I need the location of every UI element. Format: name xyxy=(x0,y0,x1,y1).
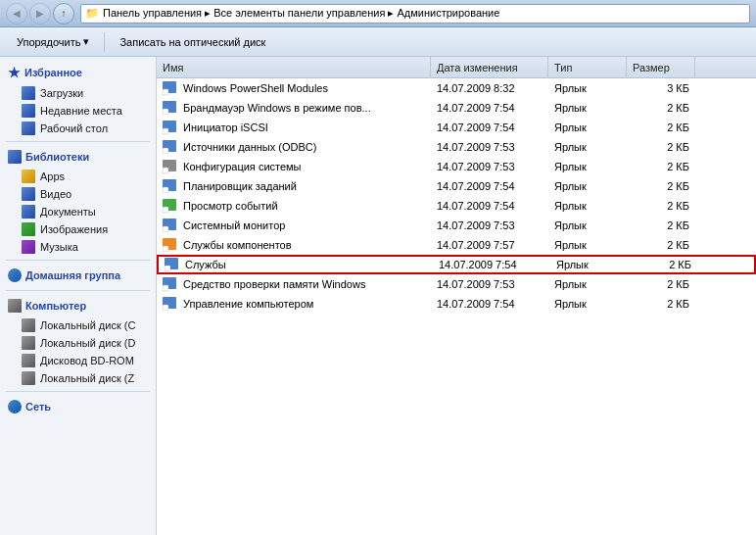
table-row[interactable]: Службы 14.07.2009 7:54 Ярлык 2 КБ xyxy=(157,255,756,274)
disk-d-label: Локальный диск (D xyxy=(40,337,135,349)
sidebar-item-downloads[interactable]: Загрузки xyxy=(0,84,156,102)
desktop-icon xyxy=(22,122,35,135)
file-icon xyxy=(163,160,178,173)
file-type-cell: Ярлык xyxy=(548,102,627,114)
file-type-cell: Ярлык xyxy=(548,82,627,94)
disk-z-icon xyxy=(22,371,35,385)
downloads-icon xyxy=(22,86,35,100)
sidebar-item-disk-c[interactable]: Локальный диск (C xyxy=(0,316,156,334)
file-icon xyxy=(163,101,178,115)
file-icon xyxy=(163,199,178,213)
sidebar-network-header: Сеть xyxy=(0,396,156,417)
disk-d-icon xyxy=(22,336,35,350)
disk-c-label: Локальный диск (C xyxy=(40,319,135,331)
sidebar-homegroup-header: Домашняя группа xyxy=(0,265,156,286)
file-date-cell: 14.07.2009 7:54 xyxy=(431,122,548,133)
sidebar-item-recent[interactable]: Недавние места xyxy=(0,102,156,120)
svg-rect-3 xyxy=(163,109,168,115)
organize-button[interactable]: Упорядочить ▾ xyxy=(8,31,98,53)
forward-button[interactable]: ▶ xyxy=(29,3,51,24)
file-date-cell: 14.07.2009 7:54 xyxy=(431,102,548,114)
address-bar[interactable]: 📁 Панель управления ▸ Все элементы панел… xyxy=(80,4,750,24)
file-type-cell: Ярлык xyxy=(548,298,627,310)
file-icon xyxy=(163,219,178,232)
file-type-cell: Ярлык xyxy=(548,180,627,192)
file-size-cell: 2 КБ xyxy=(627,122,695,133)
file-type-cell: Ярлык xyxy=(548,200,627,212)
sidebar-item-documents[interactable]: Документы xyxy=(0,203,156,220)
sidebar-computer-group: Компьютер Локальный диск (C Локальный ди… xyxy=(0,295,156,387)
sidebar-item-music[interactable]: Музыка xyxy=(0,238,156,256)
file-icon xyxy=(163,238,178,252)
file-date-cell: 14.07.2009 7:57 xyxy=(431,239,548,251)
burn-button[interactable]: Записать на оптический диск xyxy=(111,31,274,53)
col-name-label: Имя xyxy=(163,62,183,73)
documents-label: Документы xyxy=(40,206,96,218)
svg-rect-11 xyxy=(163,187,168,193)
column-name-header[interactable]: Имя xyxy=(157,57,431,77)
up-button[interactable]: ↑ xyxy=(53,3,74,24)
images-label: Изображения xyxy=(40,223,108,235)
file-name-cell: Управление компьютером xyxy=(157,297,431,311)
table-row[interactable]: Средство проверки памяти Windows 14.07.2… xyxy=(157,274,756,294)
sidebar-network-group: Сеть xyxy=(0,396,156,417)
file-icon xyxy=(163,121,178,134)
file-name-cell: Конфигурация системы xyxy=(157,160,431,173)
file-type-cell: Ярлык xyxy=(548,122,627,133)
sidebar-item-desktop[interactable]: Рабочий стол xyxy=(0,120,156,137)
col-date-label: Дата изменения xyxy=(437,62,518,73)
table-row[interactable]: Брандмауэр Windows в режиме пов... 14.07… xyxy=(157,98,756,118)
sidebar-item-disk-z[interactable]: Локальный диск (Z xyxy=(0,369,156,387)
back-button[interactable]: ◀ xyxy=(6,3,27,24)
sep2 xyxy=(6,260,150,261)
sidebar-item-apps[interactable]: Apps xyxy=(0,168,156,185)
column-type-header[interactable]: Тип xyxy=(548,57,627,77)
svg-rect-23 xyxy=(163,305,168,311)
file-icon xyxy=(163,81,178,95)
file-date-cell: 14.07.2009 7:54 xyxy=(433,259,550,270)
sidebar-item-bd-rom[interactable]: Дисковод BD-ROM xyxy=(0,352,156,369)
star-icon: ★ xyxy=(8,65,21,80)
disk-c-icon xyxy=(22,318,35,332)
table-row[interactable]: Системный монитор 14.07.2009 7:53 Ярлык … xyxy=(157,216,756,235)
sidebar-item-disk-d[interactable]: Локальный диск (D xyxy=(0,334,156,352)
file-type-cell: Ярлык xyxy=(548,219,627,231)
column-date-header[interactable]: Дата изменения xyxy=(431,57,548,77)
table-row[interactable]: Источники данных (ODBC) 14.07.2009 7:53 … xyxy=(157,137,756,157)
table-row[interactable]: Windows PowerShell Modules 14.07.2009 8:… xyxy=(157,78,756,98)
file-name-cell: Источники данных (ODBC) xyxy=(157,140,431,154)
file-name-cell: Просмотр событий xyxy=(157,199,431,213)
sidebar-item-video[interactable]: Видео xyxy=(0,185,156,203)
sidebar-libraries-header: Библиотеки xyxy=(0,146,156,168)
nav-buttons: ◀ ▶ ↑ xyxy=(6,3,74,24)
table-row[interactable]: Планировщик заданий 14.07.2009 7:54 Ярлы… xyxy=(157,176,756,196)
bd-rom-label: Дисковод BD-ROM xyxy=(40,355,134,366)
organize-chevron-icon: ▾ xyxy=(83,35,89,48)
folder-icon: 📁 xyxy=(85,7,99,20)
table-row[interactable]: Конфигурация системы 14.07.2009 7:53 Ярл… xyxy=(157,157,756,176)
music-label: Музыка xyxy=(40,241,78,253)
svg-rect-17 xyxy=(163,246,168,252)
svg-rect-5 xyxy=(163,128,168,134)
table-row[interactable]: Просмотр событий 14.07.2009 7:54 Ярлык 2… xyxy=(157,196,756,216)
sidebar: ★ Избранное Загрузки Недавние места Рабо… xyxy=(0,57,157,535)
file-icon xyxy=(163,297,178,311)
col-type-label: Тип xyxy=(554,62,572,73)
svg-rect-21 xyxy=(163,285,168,291)
main-container: ★ Избранное Загрузки Недавние места Рабо… xyxy=(0,57,756,535)
table-row[interactable]: Службы компонентов 14.07.2009 7:57 Ярлык… xyxy=(157,235,756,255)
table-row[interactable]: Управление компьютером 14.07.2009 7:54 Я… xyxy=(157,294,756,314)
table-row[interactable]: Инициатор iSCSI 14.07.2009 7:54 Ярлык 2 … xyxy=(157,118,756,137)
video-icon xyxy=(22,187,35,201)
file-list-container: Имя Дата изменения Тип Размер Windows Po… xyxy=(157,57,756,535)
sidebar-libraries-group: Библиотеки Apps Видео Документы Изображе… xyxy=(0,146,156,256)
images-icon xyxy=(22,222,35,236)
column-size-header[interactable]: Размер xyxy=(627,57,695,77)
homegroup-label: Домашняя группа xyxy=(25,269,120,281)
file-list-header: Имя Дата изменения Тип Размер xyxy=(157,57,756,78)
title-bar: ◀ ▶ ↑ 📁 Панель управления ▸ Все элементы… xyxy=(0,0,756,27)
file-icon xyxy=(163,179,178,193)
file-date-cell: 14.07.2009 7:53 xyxy=(431,161,548,172)
sidebar-item-images[interactable]: Изображения xyxy=(0,220,156,238)
sidebar-favorites-group: ★ Избранное Загрузки Недавние места Рабо… xyxy=(0,61,156,137)
